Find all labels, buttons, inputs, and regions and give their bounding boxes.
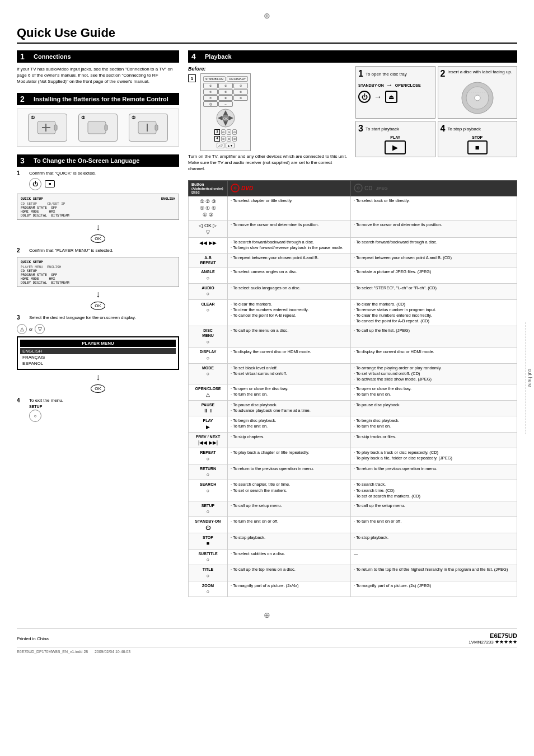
ok-button-3[interactable]: OK [91, 384, 105, 393]
ds1-arrow: → [386, 81, 393, 89]
section4-header: 4 Playback [188, 50, 517, 63]
cd-cell-19: · To stop playback. [351, 533, 517, 550]
eject-btn[interactable]: ⏏ [385, 91, 397, 103]
lang-step1-content: Confirm that "QUICK" is selected. ⏻ ■ [29, 170, 96, 190]
button-icon-20: ○ [191, 556, 224, 563]
button-name-8: DISPLAY [191, 349, 224, 354]
svg-text:OK: OK [223, 117, 228, 120]
ok-button-1[interactable]: OK [91, 234, 105, 243]
main-layout: 1 Connections If your TV has audio/video… [17, 50, 517, 605]
play-button[interactable]: ▶ [385, 140, 406, 154]
button-name-12: PLAY [191, 418, 224, 423]
button-name-13: PREV / NEXT [191, 434, 224, 439]
cd-cell-2: · To search forward/backward through a d… [351, 238, 517, 253]
dvd-cell-22: · To magnify part of a picture. (2x/4x) [228, 581, 351, 597]
stars: ★★★★★ [495, 639, 517, 645]
cd-cell-20: — [351, 549, 517, 565]
svg-point-21 [234, 187, 236, 189]
section-batteries: 2 Installing the Batteries for the Remot… [17, 93, 179, 147]
button-icon-22: ○ [191, 588, 224, 595]
ds3-desc: To start playback [366, 126, 399, 132]
button-icon-18: ⏻ [191, 524, 224, 531]
top-bind-mark: ⊕ [17, 11, 517, 20]
menu-espanol[interactable]: ESPANOL [20, 360, 176, 367]
disc-step-4: 4 To stop playback STOP ■ [438, 121, 518, 157]
ds2-num: 2 [441, 69, 446, 79]
button-name-9: MODE [191, 365, 224, 370]
setup-button[interactable]: ○ [29, 410, 41, 422]
battery-slot-2: ② [78, 114, 118, 142]
button-icon-15: ○ [191, 471, 224, 478]
cd-cell-5: · To select "STEREO", "L-ch" or "R-ch". … [351, 283, 517, 299]
menu-english[interactable]: ENGLISH [20, 348, 176, 354]
btn-cell-15: RETURN○ [189, 464, 228, 480]
table-row: STANDBY-ON⏻· To turn the unit on or off.… [189, 517, 517, 533]
remote-bottom-btns: △▽ ▲▼ [203, 143, 248, 148]
dvd-cell-10: · To open or close the disc tray. · To t… [228, 384, 351, 401]
ds1-controls: STANDBY-ON → OPEN/CLOSE [358, 81, 433, 89]
battery-slots: ① ② [22, 114, 174, 142]
cd-cell-17: · To call up the setup menu. [351, 501, 517, 517]
btn-cell-0: ① ② ③ ① ① ① ① ② [189, 196, 228, 220]
th-disc-text: Disc [191, 190, 224, 194]
up-arrow-btn[interactable]: △ [17, 324, 27, 334]
slot-label-1: ① [31, 115, 35, 120]
lang-step2-desc: Confirm that "PLAYER MENU" is selected. [29, 247, 113, 253]
dvd-cell-21: · To call up the top menu on a disc. [228, 565, 351, 581]
down-arrow-btn[interactable]: ▽ [35, 324, 45, 334]
stop-button[interactable]: ■ [467, 140, 488, 154]
dvd-cell-15: · To return to the previous operation in… [228, 464, 351, 480]
stop-icon-lang: ■ [45, 180, 55, 187]
section1-number: 1 [20, 52, 30, 61]
ds1-buttons: ⏻ → ⏏ [358, 91, 433, 103]
svg-point-23 [357, 187, 359, 189]
th-cd-jpeg: CD JPEG [351, 180, 517, 196]
button-table: Button(Alphabetical order) Disc DVD [188, 180, 517, 598]
ok-button-2[interactable]: OK [91, 302, 105, 310]
btn-cell-9: MODE○ [189, 363, 228, 384]
svg-rect-7 [155, 125, 158, 130]
table-row: RETURN○· To return to the previous opera… [189, 464, 517, 480]
on-display-label: ON DISPLAY [227, 76, 248, 82]
button-name-16: SEARCH [191, 482, 224, 487]
button-icon-4: ○ [191, 275, 224, 281]
slot-label-2: ② [81, 115, 85, 120]
disc-steps-area: 1 To open the disc tray STANDBY-ON → OPE… [355, 66, 517, 175]
lang-step-3: 3 Select the desired language for the on… [17, 314, 179, 321]
menu-francais[interactable]: FRANÇAIS [20, 354, 176, 360]
button-icon-1: ◁ OK ▷ ▽ [191, 222, 224, 236]
dvd-cell-4: · To select camera angles on a disc. [228, 267, 351, 284]
file-path: E6E75UD_DP170MW8B_EN_v1.indd 28 [17, 650, 88, 654]
table-row: CLEAR○· To clear the markers. · To clear… [189, 299, 517, 326]
page: ⊕ Quick Use Guide cut here 1 Connections… [0, 0, 534, 756]
before-text: Turn on the TV, amplifier and any other … [188, 153, 350, 172]
footer-right: E6E75UD 1VMN27233 ★★★★★ [469, 632, 517, 645]
button-name-6: CLEAR [191, 302, 224, 307]
table-row: AUDIO○· To select audio languages on a d… [189, 283, 517, 299]
dvd-cell-20: · To select subtitles on a disc. [228, 549, 351, 565]
cd-cell-21: · To return to the top file of the highe… [351, 565, 517, 581]
btn-cell-22: ZOOM○ [189, 581, 228, 597]
r-btn-0: ↔ [218, 101, 233, 107]
disc-illustration [441, 81, 515, 116]
btn-cell-18: STANDBY-ON⏻ [189, 517, 228, 533]
remote-mid: OK [203, 108, 248, 128]
r-btn-9: ⑨ [233, 95, 248, 101]
btn-cell-11: PAUSE⏸ II [189, 400, 228, 416]
dvd-cell-19: · To stop playback. [228, 533, 351, 550]
section2-number: 2 [20, 95, 30, 104]
ds4-stop-btn-area: ■ [441, 140, 515, 154]
battery-slot-1: ① [28, 114, 67, 142]
section1-title: Connections [34, 53, 71, 60]
button-icon-5: ○ [191, 290, 224, 297]
footer: Printed in China E6E75UD 1VMN27233 ★★★★★ [17, 628, 517, 645]
before-title: Before: [188, 66, 350, 72]
standby-on-btn[interactable]: ⏻ [358, 91, 371, 103]
btn-cell-17: SETUP○ [189, 501, 228, 517]
dvd-cell-6: · To clear the markers. · To clear the n… [228, 299, 351, 326]
button-name-11: PAUSE [191, 402, 224, 407]
svg-rect-1 [54, 125, 57, 130]
lang-step-2: 2 Confirm that "PLAYER MENU" is selected… [17, 247, 179, 253]
lang-step1-num: 1 [17, 170, 25, 176]
remote-num-col: 3 ⊙ ⊙ ⊙ [203, 129, 248, 135]
